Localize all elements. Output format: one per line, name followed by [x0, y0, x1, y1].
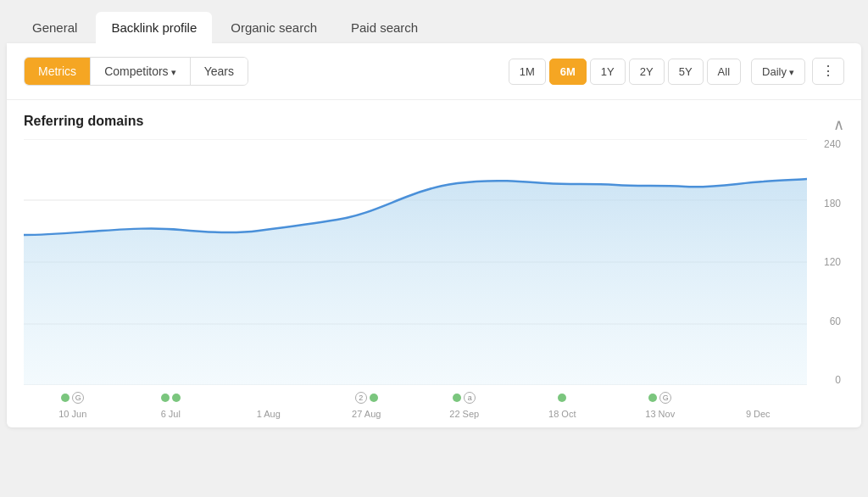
tab-paid-search[interactable]: Paid search: [336, 12, 433, 43]
y-label-120: 120: [824, 257, 841, 267]
tab-backlink-profile[interactable]: Backlink profile: [96, 12, 212, 43]
tab-general[interactable]: General: [17, 12, 92, 43]
chart-svg-area: [24, 139, 807, 385]
x-dots-13nov: G: [648, 390, 671, 405]
time-2y-button[interactable]: 2Y: [629, 59, 665, 85]
x-label-6jul: 6 Jul: [122, 390, 220, 419]
dot-green-5: [453, 394, 461, 402]
time-1m-button[interactable]: 1M: [509, 59, 546, 85]
dot-circle-G-2: G: [659, 392, 671, 404]
y-axis: 240 180 120 60 0: [807, 139, 844, 385]
y-label-240: 240: [824, 139, 841, 149]
chart-collapse-button[interactable]: ∧: [833, 115, 844, 134]
time-6m-button[interactable]: 6M: [549, 59, 587, 85]
x-label-10jun: G 10 Jun: [24, 390, 122, 419]
x-date-6jul: 6 Jul: [161, 409, 181, 419]
x-label-22sep: a 22 Sep: [415, 390, 514, 419]
dot-green-3: [172, 394, 181, 402]
time-5y-button[interactable]: 5Y: [668, 59, 704, 85]
x-date-10jun: 10 Jun: [58, 409, 86, 419]
chart-section: Referring domains ∧: [7, 100, 861, 427]
competitors-button[interactable]: Competitors: [91, 58, 191, 85]
years-button[interactable]: Years: [191, 58, 248, 85]
time-all-button[interactable]: All: [707, 59, 741, 85]
x-date-9dec: 9 Dec: [746, 409, 771, 419]
dot-green-4: [370, 394, 378, 402]
dot-green-7: [648, 394, 657, 402]
x-dots-22sep: a: [453, 390, 476, 405]
metrics-button[interactable]: Metrics: [25, 58, 91, 85]
tab-organic-search[interactable]: Organic search: [215, 12, 332, 43]
x-date-1aug: 1 Aug: [257, 409, 281, 419]
top-tab-bar: General Backlink profile Organic search …: [0, 0, 868, 43]
x-dots-6jul: [161, 390, 181, 405]
chart-svg: [24, 139, 807, 385]
daily-button[interactable]: Daily: [751, 59, 805, 85]
dot-circle-G-1: G: [72, 392, 84, 404]
x-dots-10jun: G: [61, 390, 84, 405]
x-axis-row: G 10 Jun 6 Jul 1 Aug 2: [24, 385, 807, 427]
x-dots-18oct: [558, 390, 566, 405]
chart-area-fill: [24, 179, 807, 385]
main-card: Metrics Competitors Years 1M 6M 1Y 2Y 5Y…: [7, 43, 861, 427]
y-label-60: 60: [830, 316, 841, 327]
time-1y-button[interactable]: 1Y: [590, 59, 626, 85]
more-button[interactable]: ⋮: [812, 58, 844, 85]
y-label-0: 0: [835, 375, 841, 385]
y-label-180: 180: [824, 198, 841, 209]
x-label-1aug: 1 Aug: [220, 390, 318, 419]
x-label-18oct: 18 Oct: [514, 390, 612, 419]
dot-green-2: [161, 394, 170, 402]
x-label-13nov: G 13 Nov: [611, 390, 709, 419]
dot-green-6: [558, 394, 566, 402]
x-dots-27aug: 2: [355, 390, 378, 405]
dot-num-2: 2: [355, 392, 367, 404]
toolbar-left-group: Metrics Competitors Years: [24, 57, 248, 86]
x-date-27aug: 27 Aug: [352, 409, 381, 419]
toolbar-right-group: 1M 6M 1Y 2Y 5Y All Daily ⋮: [509, 58, 844, 85]
dot-green-1: [61, 394, 70, 402]
toolbar: Metrics Competitors Years 1M 6M 1Y 2Y 5Y…: [7, 43, 861, 100]
x-date-13nov: 13 Nov: [645, 409, 675, 419]
dot-circle-a: a: [464, 392, 476, 404]
x-label-27aug: 2 27 Aug: [318, 390, 416, 419]
chart-title: Referring domains: [24, 114, 143, 129]
x-label-9dec: 9 Dec: [709, 390, 808, 419]
x-date-22sep: 22 Sep: [449, 409, 479, 419]
x-date-18oct: 18 Oct: [548, 409, 576, 419]
chart-wrapper: 240 180 120 60 0: [24, 139, 844, 385]
